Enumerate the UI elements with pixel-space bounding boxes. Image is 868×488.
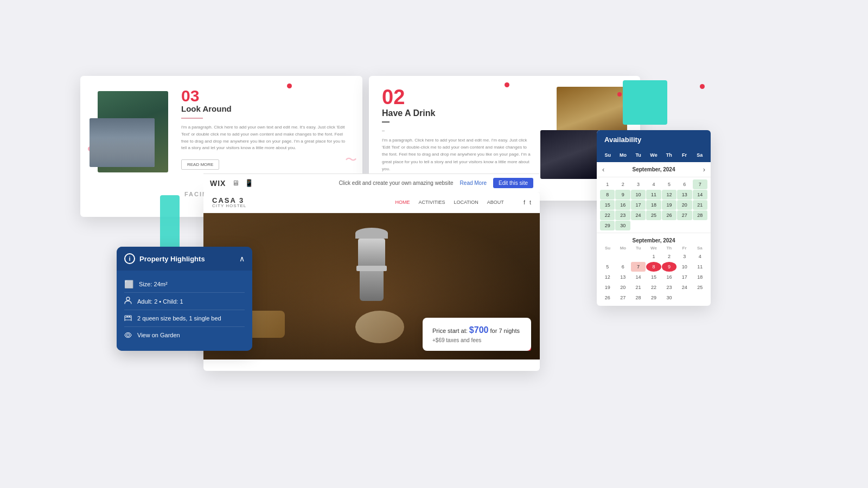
bed-icon	[124, 314, 132, 323]
cal2-day-headers: Su Mo Tu We Th Fr Sa	[597, 245, 711, 251]
wix-read-more-link[interactable]: Read More	[460, 180, 487, 186]
cal1-day-6[interactable]: 6	[677, 179, 692, 189]
cal-next-btn[interactable]: ›	[703, 165, 705, 174]
property-row-adults: Adult: 2 • Child: 1	[124, 293, 245, 310]
cal1-day-5[interactable]: 5	[662, 179, 676, 189]
cal2-day-16[interactable]: 16	[662, 272, 676, 282]
nav-activities[interactable]: ACTIVITIES	[419, 200, 445, 205]
pink-wave-decoration: 〜	[345, 152, 357, 168]
day-sa: Sa	[692, 151, 707, 159]
day-fr: Fr	[676, 151, 692, 159]
social-twitter[interactable]: t	[529, 199, 531, 206]
cal2-day-13[interactable]: 13	[615, 272, 630, 282]
cal2-day-6[interactable]: 6	[615, 262, 630, 272]
cal1-day-24[interactable]: 24	[631, 210, 646, 220]
cal2-day-30[interactable]: 30	[662, 293, 676, 303]
plate-decoration	[355, 311, 404, 343]
cal2-day-11[interactable]: 11	[693, 262, 707, 272]
wix-edit-button[interactable]: Edit this site	[493, 178, 533, 188]
cal2-day-7[interactable]: 7	[631, 262, 646, 272]
avail-red-dot	[700, 84, 705, 89]
cal1-day-17[interactable]: 17	[631, 200, 646, 210]
cal1-day-10[interactable]: 10	[631, 190, 646, 200]
cal2-day-20[interactable]: 20	[615, 282, 630, 292]
cal1-day-27[interactable]: 27	[677, 210, 692, 220]
cal1-day-25[interactable]: 25	[646, 210, 661, 220]
cal1-day-22[interactable]: 22	[600, 210, 615, 220]
cal1-day-26[interactable]: 26	[662, 210, 676, 220]
wix-monitor-icon[interactable]: 🖥	[232, 179, 239, 187]
cal2-day-18[interactable]: 18	[693, 272, 707, 282]
cal1-day-12[interactable]: 12	[662, 190, 676, 200]
cal2-day-21[interactable]: 21	[631, 282, 646, 292]
wix-mobile-icon[interactable]: 📱	[245, 179, 253, 187]
cal2-empty-1	[615, 252, 630, 261]
nav-location[interactable]: LOCATION	[454, 200, 478, 205]
day-we: We	[646, 151, 661, 159]
wix-toolbar: WIX 🖥 📱 Click edit and create your own a…	[203, 174, 540, 192]
cal2-day-8[interactable]: 8	[646, 262, 661, 272]
size-icon: ⬜	[124, 280, 133, 288]
cal2-day-9[interactable]: 9	[662, 262, 676, 272]
cal1-day-1[interactable]: 1	[600, 179, 615, 189]
cal2-day-10[interactable]: 10	[677, 262, 692, 272]
nav-home[interactable]: HOME	[395, 200, 410, 205]
cal2-day-14[interactable]: 14	[631, 272, 646, 282]
hostel-nav: CASA 3 CITY HOSTEL HOME ACTIVITIES LOCAT…	[203, 192, 540, 213]
cal2-day-24[interactable]: 24	[677, 282, 692, 292]
cal1-day-23[interactable]: 23	[615, 210, 630, 220]
cal2-day-1[interactable]: 1	[646, 252, 661, 261]
social-facebook[interactable]: f	[524, 199, 525, 206]
svg-rect-1	[125, 317, 131, 320]
drink-photo-bottom	[540, 130, 600, 179]
cal1-day-11[interactable]: 11	[646, 190, 661, 200]
cal2-day-19[interactable]: 19	[600, 282, 615, 292]
cal2-day-17[interactable]: 17	[677, 272, 692, 282]
cal1-day-8[interactable]: 8	[600, 190, 615, 200]
hostel-social: f t	[524, 199, 531, 206]
cal2-day-27[interactable]: 27	[615, 293, 630, 303]
drink-dash	[382, 121, 390, 123]
beds-text: 2 queen size beds, 1 single bed	[137, 315, 221, 322]
cal1-day-9[interactable]: 9	[615, 190, 630, 200]
cal2-day-25[interactable]: 25	[693, 282, 707, 292]
adult-icon	[124, 297, 132, 306]
cal2-day-3[interactable]: 3	[677, 252, 692, 261]
property-row-size: ⬜ Size: 24m²	[124, 276, 245, 293]
property-chevron[interactable]: ∧	[239, 254, 245, 263]
cal1-day-28[interactable]: 28	[693, 210, 707, 220]
wix-logo: WIX	[210, 179, 226, 188]
cal1-day-2[interactable]: 2	[615, 179, 630, 189]
cal2-day-5[interactable]: 5	[600, 262, 615, 272]
cal2-day-4[interactable]: 4	[693, 252, 707, 261]
cal2-day-29[interactable]: 29	[646, 293, 661, 303]
cal1-day-18[interactable]: 18	[646, 200, 661, 210]
cal1-day-16[interactable]: 16	[615, 200, 630, 210]
look-around-title: Look Around	[181, 104, 350, 113]
cal1-day-21[interactable]: 21	[693, 200, 707, 210]
property-header: i Property Highlights ∧	[117, 247, 252, 271]
cal1-day-30[interactable]: 30	[615, 221, 630, 230]
cal1-day-20[interactable]: 20	[677, 200, 692, 210]
nav-about[interactable]: ABOUT	[487, 200, 504, 205]
cal-month2: September, 2024	[597, 235, 711, 245]
cal2-day-23[interactable]: 23	[662, 282, 676, 292]
cal2-day-2[interactable]: 2	[662, 252, 676, 261]
cal1-day-14[interactable]: 14	[693, 190, 707, 200]
cal1-day-29[interactable]: 29	[600, 221, 615, 230]
cal1-day-7[interactable]: 7	[693, 179, 707, 189]
cal2-day-12[interactable]: 12	[600, 272, 615, 282]
cal1-day-4[interactable]: 4	[646, 179, 661, 189]
cal2-day-22[interactable]: 22	[646, 282, 661, 292]
cal2-day-28[interactable]: 28	[631, 293, 646, 303]
day-mo: Mo	[615, 151, 630, 159]
cal1-day-15[interactable]: 15	[600, 200, 615, 210]
cal1-day-19[interactable]: 19	[662, 200, 676, 210]
cal2-empty-0	[600, 252, 615, 261]
cal2-day-15[interactable]: 15	[646, 272, 661, 282]
cal1-day-3[interactable]: 3	[631, 179, 646, 189]
cal2-day-26[interactable]: 26	[600, 293, 615, 303]
cal1-day-13[interactable]: 13	[677, 190, 692, 200]
cal-prev-btn[interactable]: ‹	[602, 165, 604, 174]
look-around-read-more[interactable]: READ MORE	[181, 159, 219, 170]
